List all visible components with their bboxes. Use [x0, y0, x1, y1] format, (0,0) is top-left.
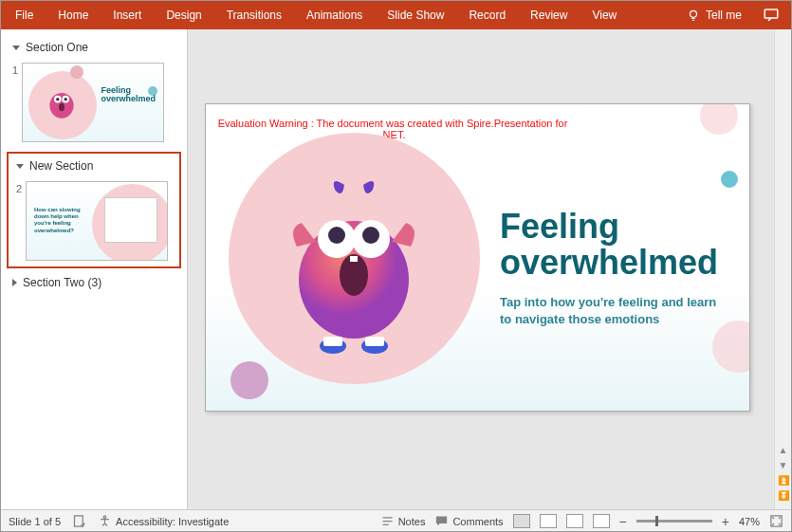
comments-label: Comments [452, 516, 503, 527]
svg-rect-16 [323, 337, 342, 346]
chevron-down-icon [16, 164, 24, 169]
slide-counter[interactable]: Slide 1 of 5 [9, 516, 61, 527]
svg-point-7 [59, 103, 64, 111]
slide-panel: Section One 1 Feeling overwhelmed New Se… [1, 29, 188, 509]
svg-point-0 [690, 10, 696, 17]
slideshow-view-button[interactable] [593, 514, 610, 528]
thumbnail: Feeling overwhelmed [22, 63, 164, 142]
spellcheck-icon [72, 514, 86, 528]
zoom-percent[interactable]: 47% [739, 516, 760, 527]
evaluation-warning: Evaluation Warning : The document was cr… [217, 118, 568, 140]
svg-point-20 [103, 516, 106, 519]
sorter-view-button[interactable] [540, 514, 557, 528]
tab-slideshow[interactable]: Slide Show [375, 1, 456, 29]
scroll-down-icon[interactable]: ▼ [777, 460, 790, 471]
svg-point-12 [362, 227, 379, 244]
monster-icon [42, 83, 82, 122]
tab-record[interactable]: Record [456, 1, 518, 29]
normal-view-button[interactable] [513, 514, 530, 528]
section-header-one[interactable]: Section One [1, 35, 187, 60]
zoom-in-button[interactable]: + [722, 514, 729, 529]
zoom-out-button[interactable]: − [619, 514, 627, 529]
zoom-slider[interactable] [636, 520, 712, 523]
tell-me-search[interactable]: Tell me [675, 9, 753, 22]
section-label: Section One [26, 41, 88, 54]
thumbnail: How can slowing down help when you're fe… [26, 181, 168, 261]
vertical-scrollbar[interactable]: ▲ ▼ ⏫ ⏬ [774, 29, 791, 509]
section-label: Section Two (3) [23, 276, 101, 289]
notes-button[interactable]: Notes [380, 514, 426, 528]
section-header-new[interactable]: New Section [9, 154, 179, 178]
prev-slide-icon[interactable]: ⏫ [777, 475, 790, 486]
next-slide-icon[interactable]: ⏬ [777, 490, 790, 502]
tab-home[interactable]: Home [46, 1, 101, 29]
new-section-selected: New Section 2 How can slowing down help … [7, 152, 181, 268]
status-bar: Slide 1 of 5 Accessibility: Investigate … [1, 509, 791, 532]
notes-icon [380, 514, 395, 528]
accessibility-button[interactable]: Accessibility: Investigate [98, 514, 229, 528]
chevron-right-icon [12, 279, 17, 286]
comment-pane-icon[interactable] [763, 7, 780, 24]
scroll-up-icon[interactable]: ▲ [777, 445, 790, 456]
accessibility-label: Accessibility: Investigate [116, 516, 229, 527]
fit-window-icon[interactable] [769, 514, 783, 528]
decor-circle [721, 171, 738, 188]
slide-canvas[interactable]: Evaluation Warning : The document was cr… [205, 103, 750, 412]
lightbulb-icon [687, 9, 700, 22]
svg-point-11 [328, 227, 345, 244]
slide-title[interactable]: Feeling overwhelmed [500, 209, 749, 281]
reading-view-button[interactable] [566, 514, 583, 528]
svg-point-6 [64, 98, 67, 101]
decor-circle [700, 103, 738, 135]
section-header-two[interactable]: Section Two (3) [1, 270, 187, 295]
main-area: Section One 1 Feeling overwhelmed New Se… [1, 29, 791, 509]
comments-button[interactable]: Comments [434, 514, 503, 528]
thumb-text: How can slowing down help when you're fe… [34, 207, 91, 234]
tab-file[interactable]: File [3, 1, 46, 29]
spellcheck-button[interactable] [72, 514, 86, 528]
tab-insert[interactable]: Insert [101, 1, 154, 29]
monster-character [278, 171, 430, 356]
slide-thumbnail-1[interactable]: 1 Feeling overwhelmed [1, 60, 187, 150]
slide-number: 2 [10, 181, 22, 194]
tab-review[interactable]: Review [518, 1, 580, 29]
tab-design[interactable]: Design [154, 1, 213, 29]
section-label: New Section [29, 159, 93, 173]
slide-number: 1 [7, 63, 18, 76]
ribbon: File Home Insert Design Transitions Anim… [1, 1, 791, 29]
chevron-down-icon [12, 46, 20, 50]
decor-circle [712, 321, 750, 373]
svg-rect-14 [350, 256, 358, 262]
notes-label: Notes [398, 516, 426, 527]
zoom-handle[interactable] [655, 516, 658, 526]
tell-me-label: Tell me [706, 9, 742, 22]
slide-thumbnail-2[interactable]: 2 How can slowing down help when you're … [9, 178, 179, 261]
svg-point-5 [56, 98, 59, 101]
accessibility-icon [98, 514, 112, 528]
svg-rect-18 [365, 337, 384, 346]
comments-icon [434, 514, 449, 528]
tab-view[interactable]: View [580, 1, 629, 29]
slide-editor: Evaluation Warning : The document was cr… [188, 29, 791, 509]
decor-circle [230, 361, 268, 399]
tab-animations[interactable]: Animations [294, 1, 375, 29]
thumb-title: Feeling overwhelmed [101, 86, 156, 103]
svg-rect-1 [764, 9, 778, 18]
slide-subtitle[interactable]: Tap into how you're feeling and learn to… [500, 294, 728, 327]
tab-transitions[interactable]: Transitions [214, 1, 294, 29]
